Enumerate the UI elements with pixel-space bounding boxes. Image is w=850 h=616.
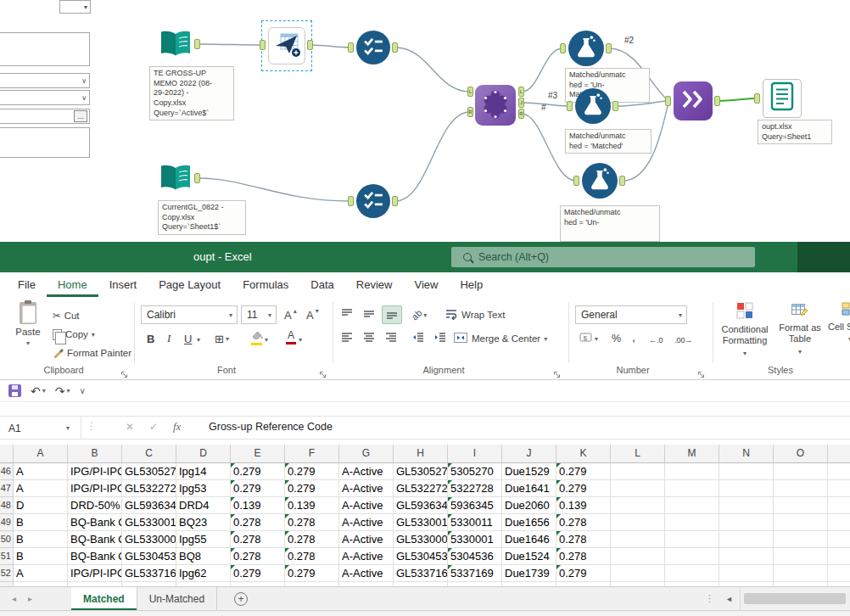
- grid-cell[interactable]: DRD-50% I: [68, 497, 122, 514]
- grid-cell[interactable]: GL5330011: [122, 514, 176, 531]
- output-data-tool[interactable]: [763, 79, 802, 118]
- output-anchor[interactable]: [194, 173, 200, 183]
- grid-cell[interactable]: [774, 514, 828, 531]
- ribbon-tab-insert[interactable]: Insert: [98, 273, 148, 297]
- output-anchor[interactable]: [194, 39, 200, 49]
- output-anchor[interactable]: [606, 43, 612, 53]
- chevron-down-icon[interactable]: ▾: [265, 336, 268, 344]
- decrease-indent-button[interactable]: [409, 329, 428, 348]
- column-header-l[interactable]: L: [611, 445, 665, 462]
- ribbon-tab-view[interactable]: View: [403, 273, 449, 297]
- output-anchor[interactable]: [307, 40, 313, 50]
- sheet-nav-right-icon[interactable]: ▸: [28, 594, 32, 603]
- grid-cell[interactable]: Due1529: [502, 463, 556, 480]
- grid-cell[interactable]: [665, 514, 719, 531]
- row-header[interactable]: 52: [0, 565, 14, 582]
- grid-cell[interactable]: 0.279: [231, 463, 285, 480]
- annotation-filter-bottom[interactable]: Matched/unmatc hed = 'Un-: [560, 205, 660, 242]
- grid-cell[interactable]: B: [14, 514, 68, 531]
- input-data-tool-2[interactable]: [158, 161, 193, 200]
- grid-cell[interactable]: [774, 497, 828, 514]
- font-dialog-launcher-icon[interactable]: [319, 367, 327, 375]
- tab-splitter-icon[interactable]: ⋮: [701, 593, 719, 604]
- output-anchor[interactable]: [619, 176, 625, 186]
- grid-cell[interactable]: [719, 548, 774, 565]
- alignment-dialog-launcher-icon[interactable]: [553, 367, 562, 375]
- output-anchor[interactable]: [392, 42, 398, 53]
- join-input-anchor-right[interactable]: R: [467, 107, 473, 117]
- grid-cell[interactable]: 0.279: [231, 480, 285, 497]
- grid-cell[interactable]: 5337169: [448, 565, 502, 582]
- input-anchor[interactable]: [567, 101, 573, 111]
- ribbon-tab-review[interactable]: Review: [345, 273, 404, 297]
- union-tool[interactable]: [674, 81, 713, 120]
- scroll-left-icon[interactable]: ◄: [719, 595, 740, 603]
- grid-cell[interactable]: 5330011: [448, 514, 502, 531]
- number-dialog-launcher-icon[interactable]: [697, 367, 706, 375]
- column-header-n[interactable]: N: [719, 445, 774, 462]
- search-box[interactable]: Search (Alt+Q): [451, 247, 755, 267]
- grid-cell[interactable]: Ipg14: [176, 463, 231, 480]
- increase-font-size-button[interactable]: A▴: [282, 305, 299, 324]
- grid-cell[interactable]: 0.279: [556, 480, 611, 497]
- annotation-input1[interactable]: TE GROSS-UP MEMO 2022 (08- 29-2022) - Co…: [149, 66, 234, 120]
- column-header-g[interactable]: G: [339, 445, 394, 462]
- grid-cell[interactable]: 0.278: [285, 531, 339, 548]
- borders-button[interactable]: ⊞ ▾: [212, 329, 232, 348]
- cut-button[interactable]: ✂ Cut: [53, 307, 80, 324]
- join-output-anchor-right[interactable]: R: [518, 109, 524, 119]
- grid-cell[interactable]: GL5305270: [394, 463, 448, 480]
- grid-cell[interactable]: A-Active: [339, 480, 394, 497]
- grid-cell[interactable]: 5304536: [448, 548, 502, 565]
- align-top-button[interactable]: [338, 305, 356, 324]
- grid-cell[interactable]: [665, 480, 719, 497]
- row-header[interactable]: 50: [0, 531, 14, 548]
- ribbon-tab-page-layout[interactable]: Page Layout: [148, 273, 232, 297]
- row-header[interactable]: 51: [0, 548, 14, 565]
- filter-tool-bottom[interactable]: [582, 163, 618, 199]
- cell-styles-button[interactable]: Cell Styles ▾: [826, 302, 850, 344]
- grid-cell[interactable]: [611, 480, 665, 497]
- grid-cell[interactable]: [611, 514, 665, 531]
- grid-cell[interactable]: [611, 497, 665, 514]
- grid-cell[interactable]: 0.139: [285, 497, 339, 514]
- grid-cell[interactable]: 5936345: [448, 497, 502, 514]
- grid-cell[interactable]: B: [14, 531, 68, 548]
- input-anchor[interactable]: [754, 93, 760, 104]
- font-size-combo[interactable]: 11 ▾: [241, 305, 277, 324]
- selected-query-tool[interactable]: [268, 27, 305, 64]
- join-tool[interactable]: [475, 85, 516, 126]
- grid-cell[interactable]: Due1739: [502, 565, 556, 582]
- column-header-m[interactable]: M: [665, 445, 719, 462]
- ribbon-tab-formulas[interactable]: Formulas: [232, 273, 299, 297]
- clipboard-dialog-launcher-icon[interactable]: [120, 367, 129, 375]
- column-header-o[interactable]: O: [774, 445, 828, 462]
- ribbon-tab-file[interactable]: File: [7, 273, 47, 297]
- chevron-down-icon[interactable]: ▾: [299, 336, 302, 344]
- grid-cell[interactable]: Ipg53: [176, 480, 231, 497]
- grid-cell[interactable]: D: [14, 497, 68, 514]
- grid-cell[interactable]: [828, 565, 850, 582]
- grid-cell[interactable]: [665, 497, 719, 514]
- annotation-input2[interactable]: CurrentGL_0822 - Copy.xlsx Query=`Sheet1…: [158, 200, 246, 235]
- sheet-tab-matched[interactable]: Matched: [71, 587, 137, 610]
- grid-cell[interactable]: IPG/PI-IPG: [68, 480, 122, 497]
- grid-cell[interactable]: 0.278: [231, 531, 285, 548]
- grid-cell[interactable]: [665, 463, 719, 480]
- grid-cell[interactable]: 0.278: [556, 531, 611, 548]
- grid-cell[interactable]: BQ-Bank C: [68, 531, 122, 548]
- grid-cell[interactable]: GL5936345: [122, 497, 176, 514]
- column-header-c[interactable]: C: [122, 445, 176, 462]
- grid-cell[interactable]: GL5322728: [394, 480, 448, 497]
- grid-cell[interactable]: Ipg62: [176, 565, 231, 582]
- grid-cell[interactable]: 0.279: [556, 565, 611, 582]
- grid-cell[interactable]: 0.278: [231, 514, 285, 531]
- output-anchor[interactable]: [392, 196, 398, 206]
- grid-cell[interactable]: [719, 565, 774, 582]
- grid-cell[interactable]: GL5337169: [394, 565, 448, 582]
- input-anchor[interactable]: [260, 40, 266, 50]
- align-middle-button[interactable]: [360, 305, 378, 324]
- conditional-formatting-button[interactable]: Conditional Formatting ▾: [716, 302, 774, 357]
- select-tool-2[interactable]: [356, 184, 390, 218]
- grid-cell[interactable]: A: [14, 463, 68, 480]
